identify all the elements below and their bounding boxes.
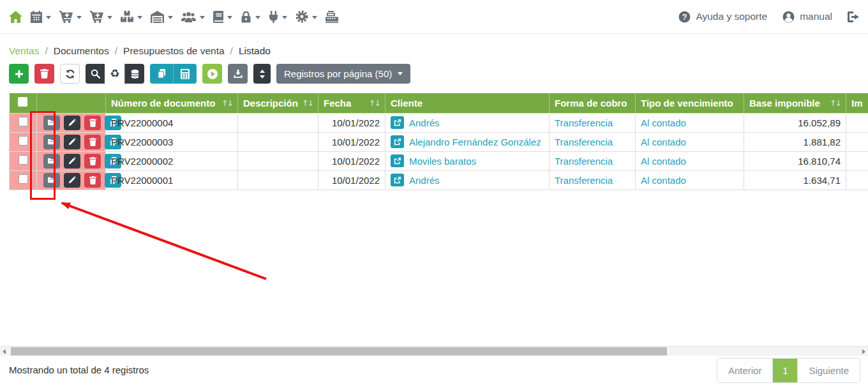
open-document-button[interactable] (43, 116, 60, 130)
payment-method-link[interactable]: Transferencia (555, 117, 613, 128)
sort-arrows-icon[interactable]: ↑↓ (302, 98, 313, 108)
menu-accounting[interactable] (213, 0, 232, 34)
pagination-page-1-button[interactable]: 1 (772, 359, 797, 382)
due-type-link[interactable]: Al contado (641, 137, 686, 147)
client-link[interactable]: Moviles baratos (409, 156, 476, 167)
date-cell: 10/01/2022 (318, 113, 385, 132)
sort-arrows-icon[interactable]: ↑↓ (369, 98, 380, 108)
recycle-toggle-button[interactable]: ♻ (105, 64, 124, 84)
trash-icon (89, 176, 96, 184)
due-type-link[interactable]: Al contado (641, 156, 686, 167)
open-folder-icon (47, 176, 56, 184)
menu-stock[interactable] (121, 0, 142, 34)
download-button[interactable] (228, 64, 248, 84)
menu-warehouse[interactable] (151, 0, 173, 34)
edit-button[interactable] (64, 135, 80, 149)
open-document-button[interactable] (43, 173, 60, 188)
payment-method-link[interactable]: Transferencia (555, 175, 613, 186)
chevron-down-icon (46, 16, 51, 19)
delete-button[interactable] (84, 116, 101, 130)
scrollbar-thumb[interactable] (11, 347, 667, 356)
delete-button[interactable] (84, 135, 101, 149)
delete-button[interactable] (84, 173, 101, 188)
documents-table: Número de documento↑↓ Descripción↑↓ Fech… (9, 93, 868, 190)
calculator-button[interactable] (173, 64, 197, 84)
user-menu[interactable]: manual (782, 11, 832, 23)
menu-connections[interactable] (269, 0, 287, 34)
payment-method-link[interactable]: Transferencia (555, 137, 613, 147)
edit-button[interactable] (64, 116, 80, 130)
calendar-icon (31, 11, 42, 23)
external-link-icon (394, 139, 401, 146)
menu-security[interactable] (241, 0, 260, 34)
run-button[interactable] (202, 64, 222, 84)
row-checkbox[interactable] (19, 155, 28, 165)
pagination-previous-button[interactable]: Anterior (717, 359, 773, 382)
open-client-button[interactable] (391, 116, 404, 129)
amount-cell (846, 170, 868, 190)
scroll-right-arrow-icon[interactable] (862, 349, 865, 354)
menu-settings[interactable] (296, 0, 317, 34)
description-cell (238, 151, 318, 170)
breadcrumb-ventas[interactable]: Ventas (9, 45, 39, 57)
database-toggle-button[interactable] (124, 64, 144, 84)
open-document-button[interactable] (43, 135, 60, 149)
delete-button[interactable] (84, 154, 101, 169)
edit-button[interactable] (64, 173, 80, 188)
menu-contacts[interactable] (181, 0, 205, 34)
refresh-button[interactable] (60, 64, 80, 84)
copy-button[interactable] (150, 64, 173, 84)
header-descripcion[interactable]: Descripción↑↓ (238, 93, 318, 113)
add-button[interactable] (9, 64, 29, 84)
horizontal-scrollbar[interactable] (0, 346, 868, 356)
menu-purchases[interactable] (90, 0, 112, 34)
menu-sales[interactable] (59, 0, 82, 34)
records-per-page-label: Registros por página (50) (284, 68, 392, 79)
logout-button[interactable] (848, 11, 859, 22)
table-row: PRV22000002 10/01/2022 Moviles baratos T… (10, 151, 868, 170)
home-button[interactable] (9, 0, 22, 34)
pagination-next-button[interactable]: Siguiente (797, 359, 860, 382)
header-importe-cut[interactable]: Im (846, 93, 868, 113)
select-all-checkbox[interactable] (18, 97, 27, 107)
due-type-link[interactable]: Al contado (641, 117, 686, 128)
scroll-left-arrow-icon[interactable] (3, 349, 6, 354)
open-client-button[interactable] (391, 174, 404, 186)
actions-header (37, 93, 106, 113)
row-checkbox[interactable] (19, 117, 28, 126)
breadcrumb-presupuestos[interactable]: Presupuestos de venta (123, 45, 225, 57)
delete-selected-button[interactable] (34, 64, 54, 84)
open-client-button[interactable] (391, 154, 404, 167)
menu-calendar[interactable] (31, 0, 51, 34)
row-checkbox[interactable] (19, 136, 28, 146)
open-client-button[interactable] (391, 135, 404, 148)
edit-button[interactable] (64, 154, 80, 169)
row-checkbox[interactable] (19, 174, 28, 184)
due-type-link[interactable]: Al contado (641, 175, 686, 186)
annotation-arrow (38, 191, 281, 294)
amount-cell (846, 132, 868, 151)
client-link[interactable]: Andrés (409, 117, 440, 128)
header-fecha[interactable]: Fecha↑↓ (318, 93, 385, 113)
client-link[interactable]: Andrés (409, 175, 440, 186)
open-document-button[interactable] (43, 154, 60, 169)
help-link[interactable]: ? Ayuda y soporte (678, 11, 767, 23)
search-toggle-button[interactable] (86, 64, 105, 84)
menu-pos[interactable] (326, 0, 338, 34)
records-per-page-dropdown[interactable]: Registros por página (50) (276, 64, 410, 84)
column-sort-button[interactable] (253, 64, 271, 84)
client-link[interactable]: Alejandro Fernández González (409, 137, 541, 147)
header-cliente[interactable]: Cliente (385, 93, 550, 113)
connections-plug-icon (269, 11, 278, 23)
settings-gear-icon (296, 10, 308, 23)
sort-arrows-icon[interactable]: ↑↓ (221, 98, 232, 108)
main-menu (9, 0, 338, 34)
sort-arrows-icon[interactable]: ↑↓ (830, 98, 841, 108)
payment-method-link[interactable]: Transferencia (555, 156, 613, 167)
header-tipo[interactable]: Tipo de vencimiento (636, 93, 744, 113)
header-forma[interactable]: Forma de cobro (550, 93, 636, 113)
breadcrumb-documentos[interactable]: Documentos (54, 45, 109, 57)
header-numero[interactable]: Número de documento↑↓ (106, 93, 238, 113)
header-base[interactable]: Base imponible↑↓ (744, 93, 846, 113)
table-row: PRV22000003 10/01/2022 Alejandro Fernánd… (10, 132, 868, 151)
